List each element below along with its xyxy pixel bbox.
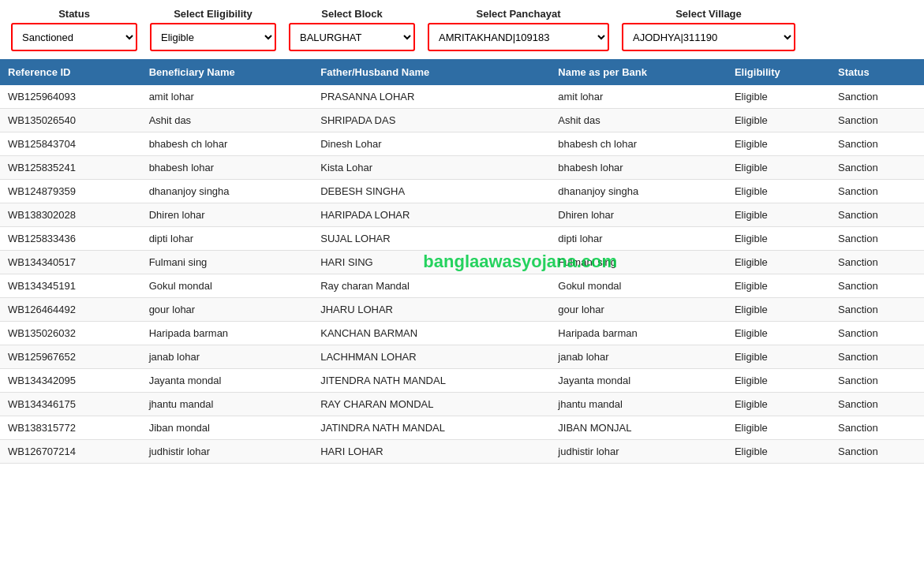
village-select[interactable]: AJODHYA|311190 — [622, 23, 795, 51]
cell-8-1: Gokul mondal — [141, 274, 313, 298]
table-row: WB138302028Dhiren loharHARIPADA LOHARDhi… — [0, 203, 924, 227]
cell-10-1: Haripada barman — [141, 322, 313, 345]
eligibility-select[interactable]: EligibleIneligible — [150, 23, 276, 51]
table-row: WB134345191Gokul mondalRay charan Mandal… — [0, 274, 924, 298]
cell-1-5: Sanction — [830, 109, 924, 132]
cell-4-1: dhananjoy singha — [141, 180, 313, 203]
filters-bar: Status SanctionedPendingRejected Select … — [0, 0, 924, 59]
panchayat-select[interactable]: AMRITAKHAND|109183 — [428, 23, 609, 51]
table-header-row: Reference ID Beneficiary Name Father/Hus… — [0, 59, 924, 85]
table-row: WB126464492gour loharJHARU LOHARgour loh… — [0, 298, 924, 322]
cell-5-4: Eligible — [727, 203, 830, 227]
cell-6-5: Sanction — [830, 227, 924, 251]
panchayat-filter-label: Select Panchayat — [477, 8, 561, 20]
cell-12-4: Eligible — [727, 369, 830, 393]
cell-0-5: Sanction — [830, 85, 924, 109]
cell-12-0: WB134342095 — [0, 369, 141, 393]
table-row: WB126707214judhistir loharHARI LOHARjudh… — [0, 440, 924, 464]
cell-8-0: WB134345191 — [0, 274, 141, 298]
cell-13-2: RAY CHARAN MONDAL — [312, 393, 550, 416]
filter-group-block: Select Block BALURGHAT — [289, 8, 415, 51]
cell-15-5: Sanction — [830, 440, 924, 464]
cell-14-5: Sanction — [830, 416, 924, 440]
cell-1-1: Ashit das — [141, 109, 313, 132]
cell-0-4: Eligible — [727, 85, 830, 109]
cell-4-0: WB124879359 — [0, 180, 141, 203]
status-select[interactable]: SanctionedPendingRejected — [11, 23, 137, 51]
table-row: WB138315772Jiban mondalJATINDRA NATH MAN… — [0, 416, 924, 440]
table-row: WB134346175jhantu mandalRAY CHARAN MONDA… — [0, 393, 924, 416]
col-header-father-husband-name: Father/Husband Name — [312, 59, 550, 85]
beneficiary-table: Reference ID Beneficiary Name Father/Hus… — [0, 59, 924, 464]
cell-9-5: Sanction — [830, 298, 924, 322]
cell-13-4: Eligible — [727, 393, 830, 416]
cell-10-2: KANCHAN BARMAN — [312, 322, 550, 345]
cell-9-0: WB126464492 — [0, 298, 141, 322]
cell-0-1: amit lohar — [141, 85, 313, 109]
status-filter-label: Status — [58, 8, 90, 20]
block-filter-label: Select Block — [321, 8, 382, 20]
cell-3-4: Eligible — [727, 156, 830, 180]
cell-14-3: JIBAN MONJAL — [550, 416, 727, 440]
cell-5-0: WB138302028 — [0, 203, 141, 227]
cell-2-4: Eligible — [727, 132, 830, 156]
cell-8-5: Sanction — [830, 274, 924, 298]
table-row: WB125835241bhabesh loharKista Loharbhabe… — [0, 156, 924, 180]
cell-11-3: janab lohar — [550, 345, 727, 369]
eligibility-filter-label: Select Eligibility — [174, 8, 253, 20]
col-header-beneficiary-name: Beneficiary Name — [141, 59, 313, 85]
cell-2-1: bhabesh ch lohar — [141, 132, 313, 156]
cell-13-0: WB134346175 — [0, 393, 141, 416]
cell-13-3: jhantu mandal — [550, 393, 727, 416]
cell-9-2: JHARU LOHAR — [312, 298, 550, 322]
table-row: WB125833436dipti loharSUJAL LOHARdipti l… — [0, 227, 924, 251]
table-row: WB125964093amit loharPRASANNA LOHARamit … — [0, 85, 924, 109]
cell-4-5: Sanction — [830, 180, 924, 203]
table-row: WB124879359dhananjoy singhaDEBESH SINGHA… — [0, 180, 924, 203]
col-header-status: Status — [830, 59, 924, 85]
filter-group-status: Status SanctionedPendingRejected — [11, 8, 137, 51]
cell-10-3: Haripada barman — [550, 322, 727, 345]
cell-0-2: PRASANNA LOHAR — [312, 85, 550, 109]
village-filter-label: Select Village — [675, 8, 742, 20]
filter-group-village: Select Village AJODHYA|311190 — [622, 8, 795, 51]
cell-7-1: Fulmani sing — [141, 251, 313, 274]
cell-7-3: Fulmani sing — [550, 251, 727, 274]
cell-11-4: Eligible — [727, 345, 830, 369]
table-row: WB135026540Ashit dasSHRIPADA DASAshit da… — [0, 109, 924, 132]
cell-0-3: amit lohar — [550, 85, 727, 109]
col-header-name-as-per-bank: Name as per Bank — [550, 59, 727, 85]
cell-7-0: WB134340517 — [0, 251, 141, 274]
cell-5-3: Dhiren lohar — [550, 203, 727, 227]
cell-3-5: Sanction — [830, 156, 924, 180]
cell-13-1: jhantu mandal — [141, 393, 313, 416]
table-row: WB134340517Fulmani singHARI SINGFulmani … — [0, 251, 924, 274]
cell-5-5: Sanction — [830, 203, 924, 227]
cell-5-1: Dhiren lohar — [141, 203, 313, 227]
cell-1-2: SHRIPADA DAS — [312, 109, 550, 132]
cell-15-0: WB126707214 — [0, 440, 141, 464]
table-wrapper: banglaawasyojana.com Reference ID Benefi… — [0, 59, 924, 464]
table-row: WB134342095Jayanta mondalJITENDRA NATH M… — [0, 369, 924, 393]
block-select[interactable]: BALURGHAT — [289, 23, 415, 51]
cell-11-1: janab lohar — [141, 345, 313, 369]
filter-group-panchayat: Select Panchayat AMRITAKHAND|109183 — [428, 8, 609, 51]
cell-2-5: Sanction — [830, 132, 924, 156]
cell-14-1: Jiban mondal — [141, 416, 313, 440]
cell-1-3: Ashit das — [550, 109, 727, 132]
cell-0-0: WB125964093 — [0, 85, 141, 109]
cell-9-4: Eligible — [727, 298, 830, 322]
col-header-reference-id: Reference ID — [0, 59, 141, 85]
cell-6-4: Eligible — [727, 227, 830, 251]
cell-1-0: WB135026540 — [0, 109, 141, 132]
cell-4-3: dhananjoy singha — [550, 180, 727, 203]
table-row: WB135026032Haripada barmanKANCHAN BARMAN… — [0, 322, 924, 345]
cell-6-2: SUJAL LOHAR — [312, 227, 550, 251]
cell-3-3: bhabesh lohar — [550, 156, 727, 180]
col-header-eligibility: Eligibility — [727, 59, 830, 85]
cell-15-4: Eligible — [727, 440, 830, 464]
cell-9-3: gour lohar — [550, 298, 727, 322]
cell-14-2: JATINDRA NATH MANDAL — [312, 416, 550, 440]
cell-11-2: LACHHMAN LOHAR — [312, 345, 550, 369]
cell-14-0: WB138315772 — [0, 416, 141, 440]
